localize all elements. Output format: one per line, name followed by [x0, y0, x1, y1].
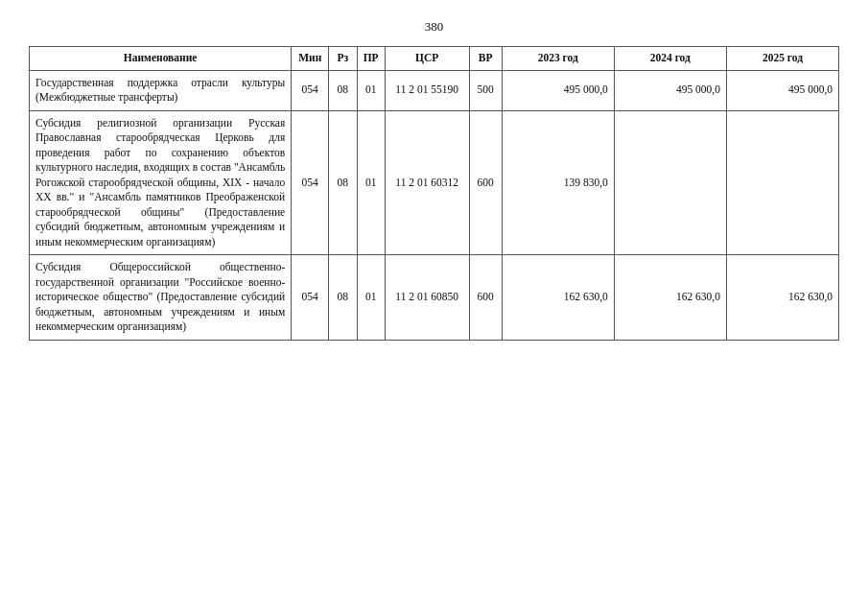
cell-min: 054 [292, 110, 329, 255]
col-header-2025: 2025 год [726, 47, 838, 71]
cell-pr: 01 [357, 255, 385, 341]
cell-pr: 01 [357, 110, 385, 255]
cell-name: Субсидия религиозной организации Русская… [30, 110, 292, 255]
col-header-name: Наименование [30, 47, 292, 71]
cell-rz: 08 [329, 70, 357, 110]
table-header: Наименование Мин Рз ПР ЦСР ВР 2023 год 2… [30, 47, 839, 71]
cell-name: Государственная поддержка отрасли культу… [30, 70, 292, 110]
cell-pr: 01 [357, 70, 385, 110]
cell-csr: 11 2 01 55190 [385, 70, 469, 110]
cell-y2023: 162 630,0 [502, 255, 614, 341]
cell-y2023: 139 830,0 [502, 110, 614, 255]
table-row: Субсидия Общероссийской общественно-госу… [30, 255, 839, 341]
cell-vr: 500 [469, 70, 502, 110]
cell-rz: 08 [329, 110, 357, 255]
cell-y2024: 162 630,0 [614, 255, 726, 341]
cell-y2024: 495 000,0 [614, 70, 726, 110]
col-header-min: Мин [292, 47, 329, 71]
cell-min: 054 [292, 255, 329, 341]
col-header-csr: ЦСР [385, 47, 469, 71]
col-header-rz: Рз [329, 47, 357, 71]
cell-y2024 [614, 110, 726, 255]
page-number: 380 [29, 19, 839, 35]
cell-vr: 600 [469, 255, 502, 341]
cell-y2025 [726, 110, 838, 255]
col-header-vr: ВР [469, 47, 502, 71]
col-header-2024: 2024 год [614, 47, 726, 71]
col-header-2023: 2023 год [502, 47, 614, 71]
cell-y2023: 495 000,0 [502, 70, 614, 110]
table-row: Государственная поддержка отрасли культу… [30, 70, 839, 110]
cell-rz: 08 [329, 255, 357, 341]
cell-vr: 600 [469, 110, 502, 255]
cell-min: 054 [292, 70, 329, 110]
cell-y2025: 162 630,0 [726, 255, 838, 341]
cell-name: Субсидия Общероссийской общественно-госу… [30, 255, 292, 341]
table-row: Субсидия религиозной организации Русская… [30, 110, 839, 255]
cell-csr: 11 2 01 60312 [385, 110, 469, 255]
cell-y2025: 495 000,0 [726, 70, 838, 110]
cell-csr: 11 2 01 60850 [385, 255, 469, 341]
budget-table: Наименование Мин Рз ПР ЦСР ВР 2023 год 2… [29, 46, 839, 341]
col-header-pr: ПР [357, 47, 385, 71]
